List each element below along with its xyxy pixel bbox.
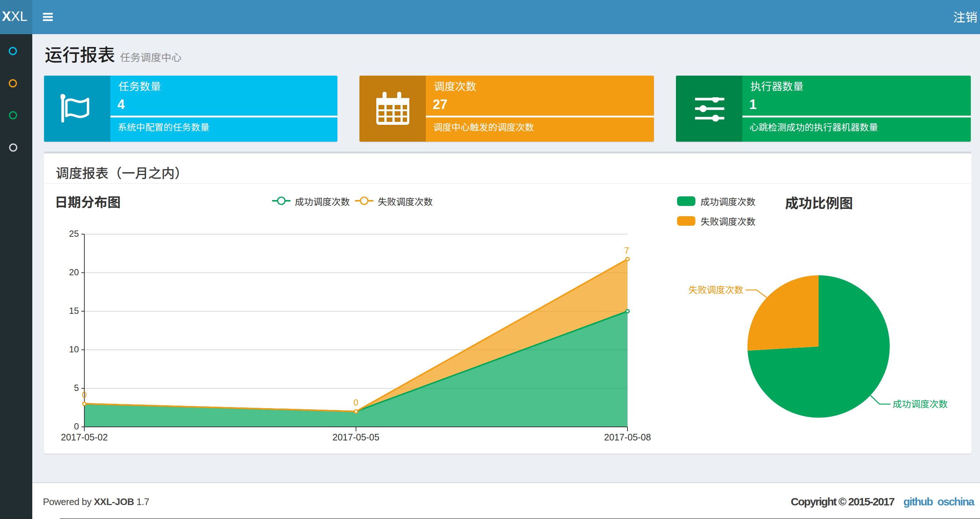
svg-text:日期分布图: 日期分布图 [55,195,121,210]
svg-text:0: 0 [353,398,358,407]
svg-text:失败调度次数: 失败调度次数 [689,285,743,295]
svg-text:5: 5 [74,383,79,393]
svg-text:0: 0 [82,390,87,400]
svg-text:失败调度次数: 失败调度次数 [378,197,433,207]
svg-text:成功调度次数: 成功调度次数 [700,197,756,207]
svg-text:2017-05-05: 2017-05-05 [332,432,380,442]
svg-text:20: 20 [69,267,79,277]
svg-text:25: 25 [69,229,79,239]
svg-text:成功比例图: 成功比例图 [785,196,853,211]
svg-text:成功调度次数: 成功调度次数 [295,197,350,207]
svg-text:15: 15 [69,306,79,316]
svg-text:0: 0 [74,422,79,431]
svg-text:成功调度次数: 成功调度次数 [893,399,948,409]
svg-text:7: 7 [624,246,629,256]
svg-text:失败调度次数: 失败调度次数 [700,217,756,227]
svg-text:10: 10 [69,344,79,354]
svg-text:2017-05-02: 2017-05-02 [61,432,108,442]
svg-text:2017-05-08: 2017-05-08 [604,432,651,442]
